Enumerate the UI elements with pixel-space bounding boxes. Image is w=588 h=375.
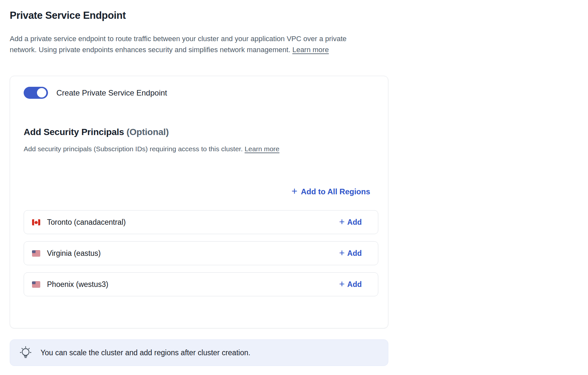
- add-to-all-regions-label: Add to All Regions: [301, 187, 370, 196]
- toggle-knob: [37, 88, 46, 97]
- lightbulb-icon: [18, 345, 33, 360]
- add-button-label: Add: [347, 280, 362, 289]
- us-flag-icon: [32, 250, 40, 256]
- region-name: Virginia (eastus): [47, 249, 101, 258]
- add-region-button-virginia[interactable]: + Add: [339, 248, 362, 259]
- toggle-label: Create Private Service Endpoint: [56, 88, 167, 97]
- plus-icon: +: [291, 186, 297, 197]
- add-to-all-regions-row: + Add to All Regions: [24, 186, 378, 198]
- optional-suffix: (Optional): [126, 127, 169, 137]
- info-banner: You can scale the cluster and add region…: [10, 339, 388, 366]
- security-principals-title: Add Security Principals: [24, 127, 124, 137]
- add-button-label: Add: [347, 249, 362, 258]
- canada-flag-icon: [32, 219, 40, 225]
- region-row-toronto: Toronto (canadacentral) + Add: [24, 210, 378, 234]
- private-service-endpoint-section: Private Service Endpoint Add a private s…: [10, 0, 389, 366]
- security-principals-description-text: Add security principals (Subscription ID…: [24, 145, 243, 153]
- create-endpoint-toggle[interactable]: [24, 87, 48, 99]
- add-region-button-phoenix[interactable]: + Add: [339, 279, 362, 290]
- add-to-all-regions-button[interactable]: + Add to All Regions: [291, 186, 370, 198]
- region-name: Toronto (canadacentral): [47, 218, 126, 227]
- private-endpoint-card: Create Private Service Endpoint Add Secu…: [10, 76, 388, 328]
- region-row-phoenix: Phoenix (westus3) + Add: [24, 272, 378, 296]
- plus-icon: +: [339, 279, 345, 290]
- security-principals-description: Add security principals (Subscription ID…: [24, 144, 378, 154]
- page-description: Add a private service endpoint to route …: [10, 33, 405, 55]
- description-line-1: Add a private service endpoint to route …: [10, 35, 347, 43]
- plus-icon: +: [339, 248, 345, 258]
- create-endpoint-toggle-row: Create Private Service Endpoint: [24, 87, 378, 99]
- description-line-2: network. Using private endpoints enhance…: [10, 46, 290, 54]
- banner-text: You can scale the cluster and add region…: [41, 348, 250, 357]
- region-row-virginia: Virginia (eastus) + Add: [24, 241, 378, 265]
- learn-more-link-security[interactable]: Learn more: [245, 145, 279, 153]
- region-list: Toronto (canadacentral) + Add: [24, 210, 378, 296]
- add-button-label: Add: [347, 218, 362, 227]
- security-principals-heading: Add Security Principals (Optional): [24, 127, 378, 137]
- region-name: Phoenix (westus3): [47, 280, 108, 289]
- learn-more-link[interactable]: Learn more: [292, 46, 329, 54]
- add-region-button-toronto[interactable]: + Add: [339, 217, 362, 228]
- plus-icon: +: [339, 217, 345, 227]
- page-title: Private Service Endpoint: [10, 10, 389, 21]
- us-flag-icon: [32, 281, 40, 288]
